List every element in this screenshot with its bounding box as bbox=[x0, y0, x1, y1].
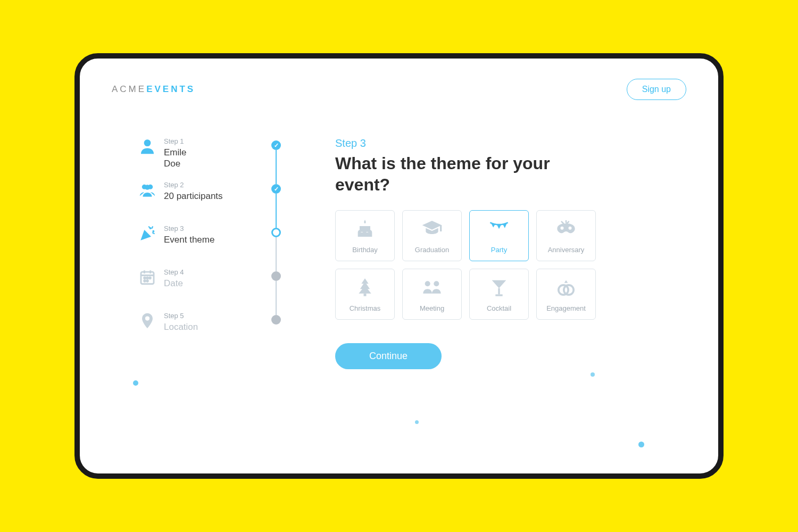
step-text: Step 5 Location bbox=[164, 312, 198, 332]
step-2[interactable]: Step 2 20 participants ✓ bbox=[138, 181, 314, 225]
svg-point-5 bbox=[152, 230, 154, 232]
content: Step 1 EmileDoe ✓ Step 2 20 participants… bbox=[112, 137, 686, 369]
svg-point-7 bbox=[144, 277, 146, 279]
step-label: Step 2 bbox=[164, 181, 223, 189]
theme-label: Graduation bbox=[415, 246, 449, 254]
device-frame: ACMEEVENTS Sign up Step 1 EmileDoe ✓ bbox=[74, 53, 724, 479]
theme-label: Cocktail bbox=[487, 304, 511, 312]
main-panel: Step 3 What is the theme for your event?… bbox=[314, 137, 644, 369]
group-icon bbox=[138, 181, 156, 199]
brand-logo: ACMEEVENTS bbox=[112, 84, 195, 95]
cake-icon bbox=[354, 218, 376, 242]
svg-point-8 bbox=[147, 277, 148, 279]
question-heading: What is the theme for your event? bbox=[335, 153, 564, 195]
decorative-dot bbox=[415, 420, 419, 424]
theme-grid: Birthday Graduation Party bbox=[335, 210, 644, 320]
theme-label: Party bbox=[491, 246, 507, 254]
svg-point-13 bbox=[425, 281, 430, 286]
svg-point-10 bbox=[144, 280, 146, 282]
theme-label: Anniversary bbox=[548, 246, 585, 254]
pin-icon bbox=[138, 312, 156, 330]
step-label: Step 5 bbox=[164, 312, 198, 320]
brand-part2: EVENTS bbox=[146, 84, 195, 94]
svg-point-17 bbox=[500, 281, 502, 284]
step-dot-complete: ✓ bbox=[271, 140, 281, 150]
step-dot-inactive bbox=[271, 271, 281, 281]
step-text: Step 1 EmileDoe bbox=[164, 137, 187, 169]
app-screen: ACMEEVENTS Sign up Step 1 EmileDoe ✓ bbox=[80, 59, 718, 473]
step-dot-current bbox=[271, 228, 281, 237]
wizard-stepper: Step 1 EmileDoe ✓ Step 2 20 participants… bbox=[112, 137, 314, 369]
step-text: Step 2 20 participants bbox=[164, 181, 223, 202]
theme-label: Meeting bbox=[420, 304, 444, 312]
theme-label: Birthday bbox=[352, 246, 378, 254]
step-5[interactable]: Step 5 Location bbox=[138, 312, 314, 355]
signup-button[interactable]: Sign up bbox=[627, 79, 686, 100]
theme-engagement[interactable]: Engagement bbox=[536, 269, 596, 320]
step-value: Location bbox=[164, 321, 198, 332]
cocktail-icon bbox=[488, 277, 510, 300]
svg-rect-12 bbox=[364, 293, 367, 296]
step-track bbox=[276, 237, 277, 271]
step-track bbox=[276, 194, 277, 228]
svg-rect-15 bbox=[498, 288, 500, 294]
step-value: Event theme bbox=[164, 234, 214, 245]
svg-point-0 bbox=[144, 139, 151, 146]
party-popper-icon bbox=[138, 225, 156, 243]
svg-point-9 bbox=[149, 277, 151, 279]
brand-part1: ACME bbox=[112, 84, 146, 94]
decorative-dot bbox=[133, 380, 138, 386]
theme-label: Christmas bbox=[350, 304, 381, 312]
theme-cocktail[interactable]: Cocktail bbox=[469, 269, 529, 320]
user-icon bbox=[138, 137, 156, 155]
step-value: 20 participants bbox=[164, 190, 223, 202]
svg-rect-16 bbox=[495, 294, 502, 296]
theme-label: Engagement bbox=[546, 304, 586, 312]
flags-icon bbox=[488, 218, 510, 242]
calendar-icon bbox=[138, 268, 156, 286]
svg-point-11 bbox=[147, 280, 148, 282]
mask-icon bbox=[555, 218, 577, 242]
step-dot-complete: ✓ bbox=[271, 184, 281, 194]
decorative-dot bbox=[591, 372, 595, 377]
step-track bbox=[276, 150, 277, 184]
theme-meeting[interactable]: Meeting bbox=[402, 269, 462, 320]
step-label: Step 4 bbox=[164, 268, 184, 277]
step-4[interactable]: Step 4 Date bbox=[138, 268, 314, 312]
step-text: Step 3 Event theme bbox=[164, 225, 214, 245]
step-track bbox=[276, 281, 277, 315]
meeting-icon bbox=[421, 277, 443, 300]
decorative-dot bbox=[638, 442, 644, 447]
svg-point-14 bbox=[434, 281, 439, 286]
theme-birthday[interactable]: Birthday bbox=[335, 210, 395, 261]
theme-christmas[interactable]: Christmas bbox=[335, 269, 395, 320]
rings-icon bbox=[555, 277, 577, 300]
header: ACMEEVENTS Sign up bbox=[112, 79, 686, 100]
current-step-indicator: Step 3 bbox=[335, 137, 644, 149]
step-dot-inactive bbox=[271, 315, 281, 325]
theme-graduation[interactable]: Graduation bbox=[402, 210, 462, 261]
step-label: Step 1 bbox=[164, 137, 187, 146]
step-1[interactable]: Step 1 EmileDoe ✓ bbox=[138, 137, 314, 181]
theme-party[interactable]: Party bbox=[469, 210, 529, 261]
svg-point-3 bbox=[145, 185, 150, 190]
continue-button[interactable]: Continue bbox=[335, 343, 442, 369]
step-3[interactable]: Step 3 Event theme bbox=[138, 225, 314, 268]
tree-icon bbox=[354, 277, 376, 300]
step-value: EmileDoe bbox=[164, 147, 187, 170]
graduation-icon bbox=[421, 218, 443, 242]
step-label: Step 3 bbox=[164, 225, 214, 233]
step-value: Date bbox=[164, 278, 184, 289]
step-text: Step 4 Date bbox=[164, 268, 184, 289]
theme-anniversary[interactable]: Anniversary bbox=[536, 210, 596, 261]
